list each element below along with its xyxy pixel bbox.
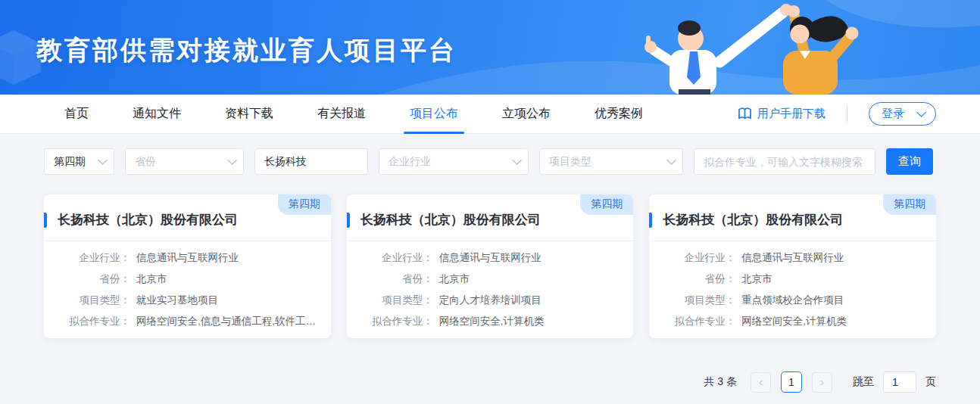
field-value: 北京市 xyxy=(741,272,772,286)
jump-to-label: 跳至 xyxy=(853,375,874,389)
field-province: 省份： 北京市 xyxy=(44,272,331,286)
filter-bar: 第四期 省份 企业行业 项目类型 查询 xyxy=(44,148,936,175)
current-page-button[interactable]: 1 xyxy=(781,371,802,393)
nav-item-approval-publish[interactable]: 立项公布 xyxy=(502,95,551,134)
field-value: 北京市 xyxy=(136,272,167,286)
province-select-placeholder: 省份 xyxy=(135,155,156,169)
field-industry: 企业行业： 信息通讯与互联网行业 xyxy=(347,250,634,265)
content-area: 第四期 省份 企业行业 项目类型 查询 第四期 长扬科技（北京）股份有限公司 xyxy=(0,134,980,393)
jump-page-input[interactable] xyxy=(883,371,916,393)
project-card[interactable]: 第四期 长扬科技（北京）股份有限公司 企业行业： 信息通讯与互联网行业 省份： … xyxy=(649,194,936,338)
field-value: 网络空间安全,计算机类 xyxy=(439,314,545,328)
manual-link-label: 用户手册下载 xyxy=(757,107,826,121)
field-label: 项目类型： xyxy=(360,293,433,307)
nav-item-project-publish[interactable]: 项目公布 xyxy=(410,95,458,134)
field-industry: 企业行业： 信息通讯与互联网行业 xyxy=(44,250,331,265)
nav-item-home[interactable]: 首页 xyxy=(64,95,89,134)
chevron-down-icon xyxy=(227,155,237,165)
field-label: 省份： xyxy=(663,272,735,286)
period-badge: 第四期 xyxy=(883,194,936,215)
period-badge: 第四期 xyxy=(580,194,633,215)
industry-select[interactable]: 企业行业 xyxy=(379,148,529,175)
high-five-illustration xyxy=(615,0,865,95)
nav-item-notices[interactable]: 通知文件 xyxy=(133,95,181,134)
user-manual-download-link[interactable]: 用户手册下载 xyxy=(738,107,826,121)
period-select[interactable]: 第四期 xyxy=(44,148,114,175)
card-divider xyxy=(649,241,936,241)
company-name-input[interactable] xyxy=(254,148,368,175)
company-title[interactable]: 长扬科技（北京）股份有限公司 xyxy=(663,211,843,228)
search-button[interactable]: 查询 xyxy=(886,148,933,175)
header-banner: 教育部供需对接就业育人项目平台 xyxy=(0,0,980,95)
page-title: 教育部供需对接就业育人项目平台 xyxy=(36,33,457,68)
card-divider xyxy=(44,241,331,241)
login-button[interactable]: 登录 xyxy=(869,102,936,126)
field-value: 网络空间安全,计算机类 xyxy=(741,314,847,328)
project-card[interactable]: 第四期 长扬科技（北京）股份有限公司 企业行业： 信息通讯与互联网行业 省份： … xyxy=(44,194,331,338)
project-card[interactable]: 第四期 长扬科技（北京）股份有限公司 企业行业： 信息通讯与互联网行业 省份： … xyxy=(347,194,634,338)
project-card-list: 第四期 长扬科技（北京）股份有限公司 企业行业： 信息通讯与互联网行业 省份： … xyxy=(44,194,936,338)
field-label: 拟合作专业： xyxy=(360,314,433,328)
chevron-down-icon xyxy=(666,155,676,165)
industry-select-placeholder: 企业行业 xyxy=(389,155,431,169)
card-divider xyxy=(347,241,634,241)
field-label: 项目类型： xyxy=(663,293,735,307)
field-value: 重点领域校企合作项目 xyxy=(741,293,844,307)
field-project-type: 项目类型： 重点领域校企合作项目 xyxy=(649,293,936,307)
province-select[interactable]: 省份 xyxy=(125,148,244,175)
period-select-value: 第四期 xyxy=(54,155,86,169)
nav-item-downloads[interactable]: 资料下载 xyxy=(225,95,273,134)
period-badge: 第四期 xyxy=(278,194,331,215)
field-value: 信息通讯与互联网行业 xyxy=(741,250,844,265)
field-majors: 拟合作专业： 网络空间安全,信息与通信工程,软件工… xyxy=(44,314,331,328)
nav-item-reports[interactable]: 有关报道 xyxy=(317,95,366,134)
pagination: 共 3 条 ‹ 1 › 跳至 页 xyxy=(44,371,936,393)
field-label: 企业行业： xyxy=(663,250,735,265)
field-value: 信息通讯与互联网行业 xyxy=(439,250,541,265)
page-suffix-label: 页 xyxy=(925,375,936,389)
field-majors: 拟合作专业： 网络空间安全,计算机类 xyxy=(649,314,936,328)
cube-decor xyxy=(0,30,41,85)
field-value: 网络空间安全,信息与通信工程,软件工… xyxy=(136,314,316,328)
field-label: 项目类型： xyxy=(58,293,130,307)
major-search-input[interactable] xyxy=(694,148,875,175)
field-label: 拟合作专业： xyxy=(58,314,130,328)
title-accent-bar xyxy=(347,213,350,228)
nav-divider xyxy=(847,105,847,123)
login-label: 登录 xyxy=(882,107,904,121)
book-icon xyxy=(738,107,752,120)
project-type-select-placeholder: 项目类型 xyxy=(549,155,591,169)
main-nav: 首页 通知文件 资料下载 有关报道 项目公布 立项公布 优秀案例 用户手册下载 … xyxy=(0,95,980,134)
prev-page-button[interactable]: ‹ xyxy=(751,372,771,393)
field-label: 拟合作专业： xyxy=(663,314,735,328)
field-value: 定向人才培养培训项目 xyxy=(439,293,541,307)
field-province: 省份： 北京市 xyxy=(347,272,634,286)
company-title[interactable]: 长扬科技（北京）股份有限公司 xyxy=(58,211,238,228)
field-majors: 拟合作专业： 网络空间安全,计算机类 xyxy=(347,314,634,328)
field-industry: 企业行业： 信息通讯与互联网行业 xyxy=(649,250,936,265)
field-label: 企业行业： xyxy=(360,250,433,265)
field-value: 北京市 xyxy=(439,272,470,286)
chevron-down-icon xyxy=(916,107,926,117)
chevron-down-icon xyxy=(512,155,522,165)
title-accent-bar xyxy=(649,213,652,228)
field-label: 省份： xyxy=(58,272,130,286)
next-page-button[interactable]: › xyxy=(812,372,832,393)
company-title[interactable]: 长扬科技（北京）股份有限公司 xyxy=(360,211,541,228)
field-province: 省份： 北京市 xyxy=(649,272,936,286)
field-value: 就业实习基地项目 xyxy=(136,293,218,307)
field-label: 企业行业： xyxy=(58,250,130,265)
project-type-select[interactable]: 项目类型 xyxy=(539,148,683,175)
chevron-down-icon xyxy=(98,155,108,165)
total-count: 共 3 条 xyxy=(704,375,737,389)
nav-item-cases[interactable]: 优秀案例 xyxy=(595,95,643,134)
field-project-type: 项目类型： 定向人才培养培训项目 xyxy=(347,293,634,307)
field-label: 省份： xyxy=(360,272,433,286)
title-accent-bar xyxy=(44,213,47,228)
field-project-type: 项目类型： 就业实习基地项目 xyxy=(44,293,331,307)
field-value: 信息通讯与互联网行业 xyxy=(136,250,239,265)
